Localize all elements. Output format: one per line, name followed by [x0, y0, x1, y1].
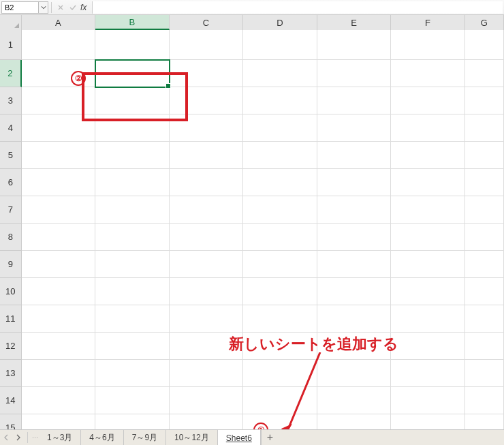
cell-E8[interactable]: [317, 224, 392, 251]
row-header-7[interactable]: 7: [0, 196, 22, 224]
cell-E1[interactable]: [317, 30, 392, 60]
cell-B3[interactable]: [95, 87, 170, 114]
cancel-formula-button[interactable]: [54, 1, 67, 14]
cell-C5[interactable]: [170, 142, 244, 169]
cell-F7[interactable]: [391, 196, 465, 224]
cell-E13[interactable]: [317, 360, 392, 387]
row-header-2[interactable]: 2: [0, 60, 22, 87]
cell-D7[interactable]: [243, 196, 317, 224]
cell-G10[interactable]: [465, 278, 504, 305]
sheet-tab-7～9月[interactable]: 7～9月: [124, 430, 166, 445]
cell-E12[interactable]: [317, 333, 392, 360]
cell-D10[interactable]: [243, 278, 317, 305]
row-header-4[interactable]: 4: [0, 114, 22, 142]
cell-A8[interactable]: [22, 224, 96, 251]
cell-G11[interactable]: [465, 305, 504, 333]
cell-G4[interactable]: [465, 114, 504, 142]
cell-G2[interactable]: [465, 60, 504, 87]
cell-A7[interactable]: [22, 196, 96, 224]
cell-F2[interactable]: [391, 60, 465, 87]
row-header-1[interactable]: 1: [0, 30, 22, 60]
cell-C7[interactable]: [170, 196, 244, 224]
cell-E10[interactable]: [317, 278, 392, 305]
cell-D13[interactable]: [243, 360, 317, 387]
row-header-13[interactable]: 13: [0, 360, 22, 387]
name-box-dropdown[interactable]: [39, 1, 48, 14]
row-header-3[interactable]: 3: [0, 87, 22, 114]
cell-E2[interactable]: [317, 60, 392, 87]
cell-B14[interactable]: [95, 387, 170, 414]
sheet-tab-4～6月[interactable]: 4～6月: [81, 430, 123, 445]
cell-A12[interactable]: [22, 333, 96, 360]
cell-A14[interactable]: [22, 387, 96, 414]
cell-B7[interactable]: [95, 196, 170, 224]
column-header-D[interactable]: D: [243, 15, 317, 30]
row-header-12[interactable]: 12: [0, 333, 22, 360]
fx-label[interactable]: fx: [80, 3, 86, 12]
sheet-tab-10～12月[interactable]: 10～12月: [166, 430, 218, 445]
cell-B10[interactable]: [95, 278, 170, 305]
cell-E11[interactable]: [317, 305, 392, 333]
cell-D12[interactable]: [243, 333, 317, 360]
sheet-nav-prev[interactable]: [0, 430, 12, 445]
formula-input[interactable]: [92, 1, 503, 14]
cell-F13[interactable]: [391, 360, 465, 387]
cell-C10[interactable]: [170, 278, 244, 305]
cell-F5[interactable]: [391, 142, 465, 169]
cell-A6[interactable]: [22, 169, 96, 196]
cell-A2[interactable]: [22, 60, 96, 87]
cell-E14[interactable]: [317, 387, 392, 414]
column-header-A[interactable]: A: [22, 15, 96, 30]
cell-D5[interactable]: [243, 142, 317, 169]
cell-A10[interactable]: [22, 278, 96, 305]
cell-E3[interactable]: [317, 87, 392, 114]
column-header-G[interactable]: G: [465, 15, 504, 30]
row-header-10[interactable]: 10: [0, 278, 22, 305]
sheet-tab-Sheet6[interactable]: Sheet6: [218, 429, 261, 445]
cell-B6[interactable]: [95, 169, 170, 196]
cell-A5[interactable]: [22, 142, 96, 169]
sheet-tab-1～3月[interactable]: 1～3月: [39, 430, 81, 445]
cell-E5[interactable]: [317, 142, 392, 169]
cell-D1[interactable]: [243, 30, 317, 60]
cell-C11[interactable]: [170, 305, 244, 333]
row-header-8[interactable]: 8: [0, 224, 22, 251]
row-header-11[interactable]: 11: [0, 305, 22, 333]
cell-A1[interactable]: [22, 30, 96, 60]
cell-B4[interactable]: [95, 114, 170, 142]
cell-B13[interactable]: [95, 360, 170, 387]
column-header-C[interactable]: C: [170, 15, 244, 30]
cell-F9[interactable]: [391, 251, 465, 278]
cell-C2[interactable]: [170, 60, 244, 87]
cell-G5[interactable]: [465, 142, 504, 169]
cell-F11[interactable]: [391, 305, 465, 333]
column-header-F[interactable]: F: [391, 15, 465, 30]
cell-E7[interactable]: [317, 196, 392, 224]
cell-A11[interactable]: [22, 305, 96, 333]
cell-A3[interactable]: [22, 87, 96, 114]
select-all-corner[interactable]: [0, 15, 22, 30]
column-header-B[interactable]: B: [95, 15, 170, 30]
cell-F4[interactable]: [391, 114, 465, 142]
cell-B8[interactable]: [95, 224, 170, 251]
cell-G7[interactable]: [465, 196, 504, 224]
cell-F1[interactable]: [391, 30, 465, 60]
cell-B2[interactable]: [95, 60, 170, 87]
sheet-nav-menu[interactable]: ⋮: [31, 430, 39, 445]
cell-A9[interactable]: [22, 251, 96, 278]
cell-E6[interactable]: [317, 169, 392, 196]
enter-formula-button[interactable]: [67, 1, 79, 14]
cell-G8[interactable]: [465, 224, 504, 251]
cell-F3[interactable]: [391, 87, 465, 114]
cell-A13[interactable]: [22, 360, 96, 387]
cell-D8[interactable]: [243, 224, 317, 251]
cell-B5[interactable]: [95, 142, 170, 169]
row-header-14[interactable]: 14: [0, 387, 22, 414]
cell-D2[interactable]: [243, 60, 317, 87]
cell-A4[interactable]: [22, 114, 96, 142]
cell-D11[interactable]: [243, 305, 317, 333]
cell-B1[interactable]: [95, 30, 170, 60]
cell-G6[interactable]: [465, 169, 504, 196]
cell-F10[interactable]: [391, 278, 465, 305]
cell-C1[interactable]: [170, 30, 244, 60]
